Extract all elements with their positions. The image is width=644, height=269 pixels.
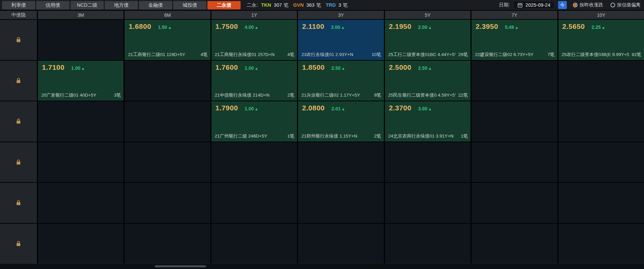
yield-value: 2.3950 [476, 22, 498, 31]
quote-line: 2.50002.50▲ [389, 63, 467, 71]
empty-cell[interactable] [125, 101, 210, 142]
yield-value: 1.7500 [215, 22, 238, 31]
row-lock-cell[interactable] [0, 224, 37, 264]
bond-cell[interactable]: 2.50002.50▲25民生银行二级资本债0 4.59Y+5Y22笔 [385, 61, 470, 101]
bond-cell[interactable]: 2.56502.25▲25农行二级资本债03B(E 9.99Y+5Y82笔 [558, 20, 644, 60]
empty-cell[interactable] [298, 224, 384, 264]
summary-unit: 笔 [284, 2, 289, 8]
empty-cell[interactable] [558, 61, 644, 101]
grid-row: 1.68001.50▲21工商银行二级01 119D+5Y4笔1.75004.0… [0, 20, 644, 60]
bond-cell[interactable]: 2.37003.00▲24北京农商行永续债01 3.91Y+N1笔 [385, 101, 470, 142]
tab-信用债[interactable]: 信用债 [36, 1, 69, 9]
market-summary: 二永: TKN307笔GVN363笔TRD3笔 [247, 2, 352, 8]
quote-grid: 1.68001.50▲21工商银行二级01 119D+5Y4笔1.75004.0… [0, 20, 644, 264]
empty-cell[interactable] [298, 142, 384, 182]
empty-cell[interactable] [385, 183, 470, 223]
change-value: 4.00 [245, 24, 254, 30]
empty-cell[interactable] [558, 224, 644, 264]
trade-count: 4笔 [287, 52, 294, 58]
bond-name: 25工行二级资本债01BC 4.44Y+5Y [388, 52, 456, 58]
radio-按昨收涨跌[interactable]: 按昨收涨跌 [573, 2, 603, 8]
trade-count: 29笔 [458, 52, 468, 58]
yield-value: 1.8500 [302, 63, 325, 71]
yield-value: 2.0800 [302, 104, 325, 112]
bond-cell[interactable]: 1.71001.00▲20广发银行二级01 40D+5Y3笔 [38, 61, 123, 101]
today-button[interactable]: 今 [558, 1, 567, 9]
name-line: 25农行二级资本债03B(E 9.99Y+5Y82笔 [562, 52, 641, 58]
tab-地方债[interactable]: 地方债 [105, 1, 138, 9]
empty-cell[interactable] [125, 183, 210, 223]
empty-cell[interactable] [472, 61, 557, 101]
empty-cell[interactable] [211, 183, 297, 223]
row-lock-cell[interactable] [0, 61, 37, 101]
column-header-6M: 6M [125, 11, 210, 19]
trade-count: 2笔 [374, 133, 381, 139]
column-header-3Y: 3Y [298, 11, 384, 19]
up-arrow-icon: ▲ [341, 66, 345, 71]
empty-cell[interactable] [211, 142, 297, 182]
name-line: 21郑州银行永续债 1.15Y+N2笔 [301, 133, 381, 139]
empty-cell[interactable] [38, 20, 123, 60]
row-lock-cell[interactable] [0, 101, 37, 142]
bond-cell[interactable]: 2.19502.00▲25工行二级资本债01BC 4.44Y+5Y29笔 [385, 20, 470, 60]
yield-value: 2.5650 [562, 22, 585, 31]
lock-icon [16, 159, 21, 165]
scrollbar-thumb[interactable] [155, 265, 206, 267]
empty-cell[interactable] [385, 224, 470, 264]
name-line: 21兴业银行二级02 1.17Y+5Y9笔 [301, 92, 381, 98]
empty-cell[interactable] [211, 224, 297, 264]
empty-cell[interactable] [472, 142, 557, 182]
empty-cell[interactable] [472, 224, 557, 264]
yield-value: 1.7900 [215, 104, 238, 112]
tab-城投债[interactable]: 城投债 [173, 1, 206, 9]
empty-cell[interactable] [125, 61, 210, 101]
change-value: 2.50 [418, 65, 427, 71]
column-header-1Y: 1Y [211, 11, 297, 19]
empty-cell[interactable] [472, 101, 557, 142]
column-header-3M: 3M [38, 11, 123, 19]
calendar-icon [517, 3, 523, 8]
row-lock-cell[interactable] [0, 183, 37, 223]
tab-bar: 利率债信用债NCD二级地方债金融债城投债二永债 [2, 1, 241, 9]
row-lock-cell[interactable] [0, 142, 37, 182]
name-line: 21工商银行永续债01 257D+N4笔 [215, 52, 294, 58]
bond-cell[interactable]: 2.39505.49▲22建设银行二级02 6.73Y+5Y7笔 [472, 20, 557, 60]
bond-cell[interactable]: 1.75004.00▲21工商银行永续债01 257D+N4笔 [211, 20, 297, 60]
empty-cell[interactable] [38, 142, 123, 182]
bond-name: 23农行永续债01 2.93Y+N [301, 52, 353, 58]
radio-按估值偏离[interactable]: 按估值偏离 [610, 2, 641, 8]
empty-cell[interactable] [298, 183, 384, 223]
bond-cell[interactable]: 1.68001.50▲21工商银行二级01 119D+5Y4笔 [125, 20, 210, 60]
empty-cell[interactable] [385, 142, 470, 182]
bond-cell[interactable]: 2.11003.00▲23农行永续债01 2.93Y+N10笔 [298, 20, 384, 60]
summary-count: 363 [306, 2, 314, 8]
empty-cell[interactable] [38, 224, 123, 264]
trade-count: 82笔 [632, 52, 641, 58]
quote-line: 1.68001.50▲ [129, 22, 207, 31]
lock-icon [16, 37, 21, 43]
bond-cell[interactable]: 1.76001.00▲21中信银行永续债 214D+N2笔 [211, 61, 297, 101]
tab-NCD二级[interactable]: NCD二级 [70, 1, 104, 9]
horizontal-scrollbar[interactable] [0, 264, 644, 268]
empty-cell[interactable] [38, 183, 123, 223]
bond-cell[interactable]: 1.79001.00▲21广州银行二级 246D+5Y1笔 [211, 101, 297, 142]
row-lock-cell[interactable] [0, 20, 37, 60]
empty-cell[interactable] [125, 224, 210, 264]
empty-cell[interactable] [558, 183, 644, 223]
tab-二永债[interactable]: 二永债 [207, 1, 241, 9]
bond-cell[interactable]: 1.85002.50▲21兴业银行二级02 1.17Y+5Y9笔 [298, 61, 384, 101]
quote-line: 2.11003.00▲ [302, 22, 380, 31]
date-input[interactable]: 2025-09-24 [513, 1, 555, 9]
summary-item-TKN: TKN307笔 [261, 2, 289, 8]
summary-tag: GVN [293, 2, 304, 8]
bond-cell[interactable]: 2.08002.01▲21郑州银行永续债 1.15Y+N2笔 [298, 101, 384, 142]
empty-cell[interactable] [558, 142, 644, 182]
empty-cell[interactable] [125, 142, 210, 182]
tab-利率债[interactable]: 利率债 [2, 1, 35, 9]
empty-cell[interactable] [558, 101, 644, 142]
empty-cell[interactable] [472, 183, 557, 223]
empty-cell[interactable] [38, 101, 123, 142]
tab-金融债[interactable]: 金融债 [139, 1, 172, 9]
radio-selected-icon [573, 3, 578, 7]
summary-count: 3 [338, 2, 341, 8]
